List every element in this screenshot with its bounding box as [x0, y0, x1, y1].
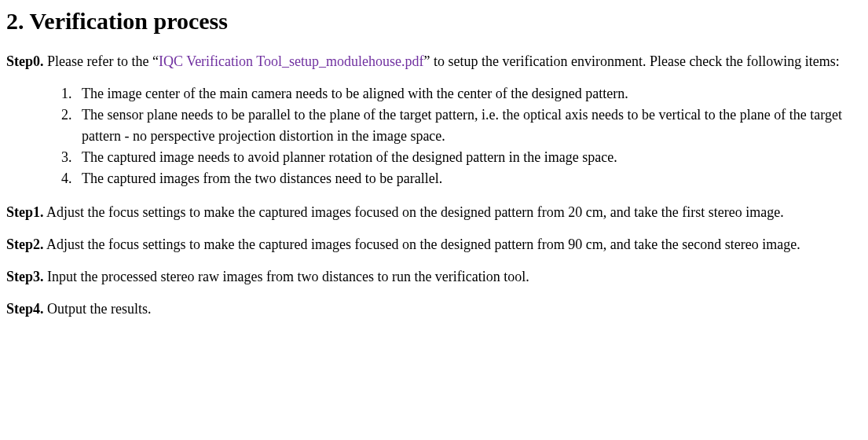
step1-text: Adjust the focus settings to make the ca… — [44, 204, 784, 220]
check-list: The image center of the main camera need… — [6, 83, 862, 189]
setup-pdf-link[interactable]: IQC Verification Tool_setup_modulehouse.… — [159, 53, 424, 69]
step0-label: Step0. — [6, 53, 44, 69]
step4-text: Output the results. — [44, 301, 152, 317]
check-item: The captured image needs to avoid planne… — [75, 147, 862, 168]
step1-label: Step1. — [6, 204, 44, 220]
step1-paragraph: Step1. Adjust the focus settings to make… — [6, 202, 862, 223]
step2-paragraph: Step2. Adjust the focus settings to make… — [6, 234, 862, 255]
step2-text: Adjust the focus settings to make the ca… — [44, 236, 800, 252]
step0-pre-link-text: Please refer to the “ — [44, 53, 159, 69]
check-item: The captured images from the two distanc… — [75, 168, 862, 189]
step4-label: Step4. — [6, 301, 44, 317]
step3-text: Input the processed stereo raw images fr… — [44, 269, 529, 284]
step3-label: Step3. — [6, 269, 44, 284]
check-item: The image center of the main camera need… — [75, 83, 862, 104]
step0-post-link-text: ” to setup the verification environment.… — [423, 53, 839, 69]
step0-paragraph: Step0. Please refer to the “IQC Verifica… — [6, 51, 862, 72]
check-item: The sensor plane needs to be parallel to… — [75, 104, 862, 147]
step4-paragraph: Step4. Output the results. — [6, 299, 862, 320]
step3-paragraph: Step3. Input the processed stereo raw im… — [6, 266, 862, 288]
section-heading: 2. Verification process — [6, 3, 862, 38]
step2-label: Step2. — [6, 236, 44, 252]
